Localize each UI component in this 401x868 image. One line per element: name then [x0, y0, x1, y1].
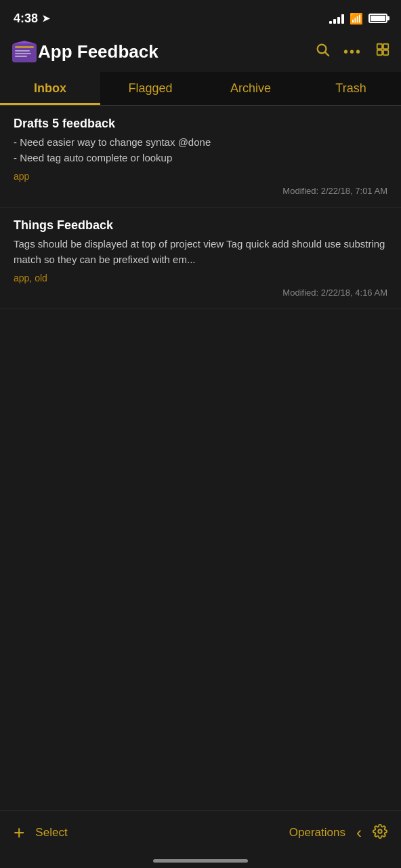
svg-rect-5 [15, 56, 27, 57]
note-title: Things Feedback [14, 218, 387, 233]
toolbar-inner: + Select Operations ‹ [14, 822, 387, 844]
toolbar-left: + Select [14, 822, 68, 844]
note-modified: Modified: 2/22/18, 4:16 AM [14, 288, 387, 298]
note-tags: app, old [14, 273, 387, 283]
svg-rect-3 [15, 50, 30, 52]
header: App Feedback ••• [0, 34, 401, 72]
note-body: - Need easier way to change syntax @done… [14, 135, 387, 165]
add-button[interactable]: + [14, 822, 24, 844]
svg-rect-2 [15, 46, 34, 48]
svg-rect-11 [383, 50, 388, 55]
svg-rect-10 [377, 50, 382, 55]
settings-button[interactable] [373, 824, 387, 842]
svg-rect-4 [15, 53, 31, 54]
note-body: Tags should be displayed at top of proje… [14, 237, 387, 267]
select-button[interactable]: Select [35, 826, 67, 840]
svg-point-12 [378, 829, 382, 833]
operations-button[interactable]: Operations [289, 826, 345, 840]
list-item[interactable]: Drafts 5 feedback - Need easier way to c… [0, 106, 401, 208]
svg-marker-1 [14, 41, 35, 43]
empty-content-area [0, 309, 401, 716]
search-button[interactable] [315, 42, 330, 61]
note-title: Drafts 5 feedback [14, 117, 387, 131]
battery-icon [368, 14, 387, 23]
status-time: 4:38 ➤ [14, 12, 50, 26]
battery-fill [371, 16, 385, 21]
tab-flagged[interactable]: Flagged [100, 72, 200, 105]
tab-bar: Inbox Flagged Archive Trash [0, 72, 401, 106]
toolbar-right: Operations ‹ [289, 823, 387, 842]
svg-rect-9 [383, 44, 388, 49]
location-arrow-icon: ➤ [42, 13, 50, 24]
tab-inbox[interactable]: Inbox [0, 72, 100, 105]
list-item[interactable]: Things Feedback Tags should be displayed… [0, 208, 401, 309]
composer-button[interactable] [375, 42, 390, 61]
page-title: App Feedback [38, 41, 315, 62]
wifi-icon: 📶 [350, 12, 363, 25]
more-button[interactable]: ••• [343, 44, 362, 60]
back-button[interactable]: ‹ [356, 823, 362, 842]
app-icon [11, 39, 38, 64]
note-list: Drafts 5 feedback - Need easier way to c… [0, 106, 401, 309]
header-actions: ••• [315, 42, 390, 61]
time-display: 4:38 [14, 12, 38, 26]
status-icons: 📶 [329, 12, 387, 25]
status-bar: 4:38 ➤ 📶 [0, 0, 401, 34]
note-modified: Modified: 2/22/18, 7:01 AM [14, 186, 387, 196]
signal-icon [329, 13, 344, 24]
note-tags: app [14, 171, 387, 182]
tab-trash[interactable]: Trash [301, 72, 401, 105]
svg-line-7 [325, 52, 329, 56]
home-indicator [153, 859, 248, 863]
tab-archive[interactable]: Archive [200, 72, 301, 105]
svg-rect-8 [377, 44, 382, 49]
